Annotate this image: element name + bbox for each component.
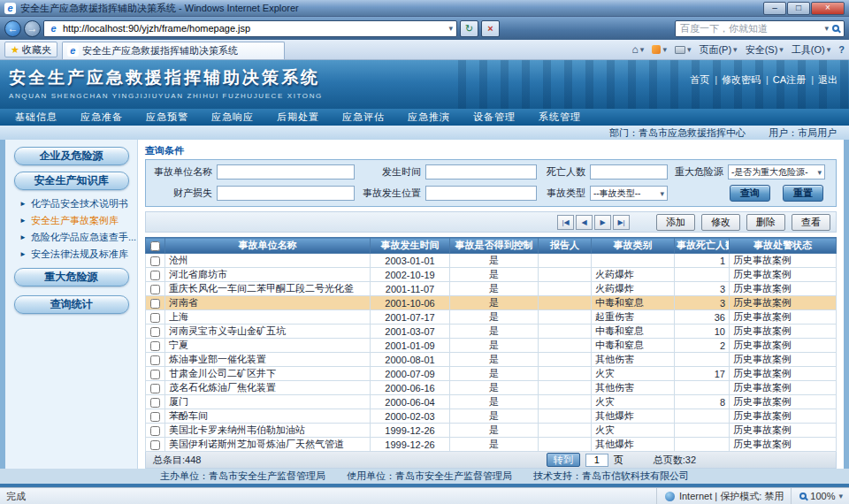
menu-item[interactable]: 设备管理 [462, 111, 527, 124]
deaths-input[interactable] [590, 164, 668, 179]
pager-button[interactable]: ▶| [613, 215, 630, 230]
type-select[interactable]: --事故类型-- ▾ [590, 186, 668, 201]
favorites-button[interactable]: ★ 收藏夹 [4, 42, 57, 57]
url-text[interactable]: http://localhost:90/yjzh/frame/homepage.… [63, 23, 445, 34]
print-button[interactable]: ▾ [675, 45, 692, 54]
menu-item[interactable]: 应急预警 [134, 111, 200, 124]
sidebar-link[interactable]: ► 化学品安全技术说明书 [19, 197, 137, 210]
reset-button[interactable]: 重置 [783, 185, 823, 202]
menu-item[interactable]: 系统管理 [527, 111, 593, 124]
accident-table: 事故单位名称事故发生时间事故是否得到控制报告人事故类别事故死亡人数事故处警状态 … [145, 237, 837, 452]
row-checkbox[interactable] [150, 327, 160, 337]
table-row[interactable]: 茂名石化炼油厂焦化装置 2000-06-16 是 其他伤害 历史事故案例 [146, 381, 837, 395]
table-row[interactable]: 宁夏 2001-01-09 是 中毒和窒息 2 历史事故案例 [146, 339, 837, 353]
table-row[interactable]: 厦门 2000-06-04 是 火灾 8 历史事故案例 [146, 395, 837, 409]
pager-button[interactable]: ◀ [576, 215, 593, 230]
header-link[interactable]: 修改密码 [712, 73, 763, 87]
unit-name-input[interactable] [217, 164, 355, 179]
header-link[interactable]: 首页 [687, 73, 712, 87]
row-checkbox-cell [146, 254, 165, 268]
table-row[interactable]: 河南省 2001-10-06 是 中毒和窒息 3 历史事故案例 [146, 296, 837, 310]
hazard-label: 重大危险源 [675, 165, 728, 179]
time-input[interactable] [425, 164, 537, 179]
zoom-control[interactable]: 100% ▾ [791, 488, 843, 504]
row-checkbox[interactable] [150, 271, 160, 280]
cell-date: 2003-01-01 [371, 254, 450, 268]
table-row[interactable]: 河南灵宝市义寺山金矿五坑 2001-03-07 是 中毒和窒息 10 历史事故案… [146, 325, 837, 339]
row-checkbox[interactable] [150, 313, 160, 323]
stop-button[interactable]: × [481, 20, 500, 37]
table-row[interactable]: 苯酚车间 2000-02-03 是 其他爆炸 历史事故案例 [146, 409, 837, 424]
search-box[interactable]: 百度一下，你就知道 ▾ [675, 20, 845, 37]
menu-item[interactable]: 应急响应 [200, 111, 265, 124]
hazard-select[interactable]: -是否为重大危险源- ▾ [728, 164, 825, 179]
sidebar-group-button[interactable]: 安全生产知识库 [14, 172, 129, 190]
address-bar[interactable]: e http://localhost:90/yjzh/frame/homepag… [43, 20, 457, 37]
sidebar-link[interactable]: ► 安全法律法规及标准库 [19, 248, 137, 261]
sidebar-link[interactable]: ► 安全生产事故案例库 [19, 214, 137, 227]
command-item[interactable]: 工具(O)▾ [792, 43, 830, 57]
action-button[interactable]: 删除 [746, 214, 785, 231]
forward-button[interactable]: → [24, 20, 41, 37]
search-button[interactable]: 查询 [730, 185, 770, 202]
row-checkbox[interactable] [150, 299, 160, 309]
table-row[interactable]: 甘肃金川公司二矿区井下 2000-07-09 是 火灾 17 历史事故案例 [146, 367, 837, 381]
table-row[interactable]: 沧州 2003-01-01 是 1 历史事故案例 [146, 254, 837, 268]
menu-item[interactable]: 基础信息 [4, 111, 69, 124]
location-input[interactable] [425, 186, 537, 201]
table-row[interactable]: 河北省廊坊市 2002-10-19 是 火药爆炸 历史事故案例 [146, 268, 837, 282]
maximize-button[interactable]: □ [787, 2, 810, 15]
pager-button[interactable]: ▶ [594, 215, 611, 230]
cell-reporter [539, 325, 592, 339]
feeds-button[interactable]: ▾ [652, 45, 667, 54]
menu-item[interactable]: 后期处置 [265, 111, 331, 124]
goto-page-button[interactable]: 转到 [547, 453, 580, 467]
row-checkbox[interactable] [150, 384, 160, 393]
sidebar-group-button[interactable]: 企业及危险源 [14, 147, 129, 165]
row-checkbox[interactable] [150, 285, 160, 294]
action-button[interactable]: 修改 [701, 214, 740, 231]
browser-tab[interactable]: e 安全生产应急救援指挥辅助决策系统 [62, 42, 285, 59]
table-row[interactable]: 美国伊利诺斯州芝加哥炼油厂天然气管道 1999-12-26 是 其他爆炸 历史事… [146, 438, 837, 452]
zoom-dropdown-icon[interactable]: ▾ [838, 492, 843, 500]
table-row[interactable]: 炼油事业部一催化装置 2000-08-01 是 其他伤害 历史事故案例 [146, 353, 837, 367]
page-number-input[interactable] [585, 454, 608, 467]
command-item[interactable]: 安全(S)▾ [746, 43, 784, 57]
search-icon[interactable] [832, 25, 839, 32]
table-row[interactable]: 美国北卡罗来纳州韦伯勒加油站 1999-12-26 是 火灾 历史事故案例 [146, 424, 837, 438]
row-checkbox[interactable] [150, 412, 160, 422]
loss-input[interactable] [217, 186, 355, 201]
menu-item[interactable]: 应急评估 [331, 111, 396, 124]
command-item[interactable]: 页面(P)▾ [699, 43, 737, 57]
sidebar-group-button[interactable]: 查询统计 [14, 295, 129, 314]
row-checkbox[interactable] [150, 355, 160, 365]
row-checkbox[interactable] [150, 426, 160, 436]
row-checkbox[interactable] [150, 440, 160, 450]
row-checkbox[interactable] [150, 256, 160, 266]
table-row[interactable]: 重庆长风化一车间二苯甲酮工段二号光化釜 2001-11-07 是 火药爆炸 3 … [146, 282, 837, 296]
hazard-select-value: -是否为重大危险源- [731, 166, 808, 179]
address-dropdown-icon[interactable]: ▾ [448, 24, 453, 33]
search-dropdown-icon[interactable]: ▾ [824, 24, 829, 33]
back-button[interactable]: ← [4, 20, 21, 37]
menu-item[interactable]: 应急准备 [69, 111, 134, 124]
header-link[interactable]: CA注册 [763, 73, 808, 87]
menu-item[interactable]: 应急推演 [396, 111, 462, 124]
sidebar-group-button[interactable]: 重大危险源 [14, 268, 129, 286]
row-checkbox[interactable] [150, 398, 160, 408]
minimize-button[interactable]: – [763, 2, 786, 15]
table-row[interactable]: 上海 2001-07-17 是 起重伤害 36 历史事故案例 [146, 310, 837, 325]
home-button[interactable]: ⌂ ▾ [632, 43, 645, 56]
close-button[interactable]: × [811, 2, 845, 15]
header-link[interactable]: 退出 [808, 73, 840, 87]
refresh-button[interactable]: ↻ [460, 20, 478, 37]
sidebar-link[interactable]: ► 危险化学品应急速查手... [19, 231, 137, 244]
row-checkbox[interactable] [150, 370, 160, 379]
action-button[interactable]: 查看 [792, 214, 830, 231]
search-input[interactable]: 百度一下，你就知道 [680, 22, 821, 35]
select-all-checkbox[interactable] [150, 241, 160, 251]
help-button[interactable]: ? [838, 44, 845, 55]
action-button[interactable]: 添加 [656, 214, 695, 231]
pager-button[interactable]: |◀ [557, 215, 574, 230]
row-checkbox[interactable] [150, 341, 160, 351]
